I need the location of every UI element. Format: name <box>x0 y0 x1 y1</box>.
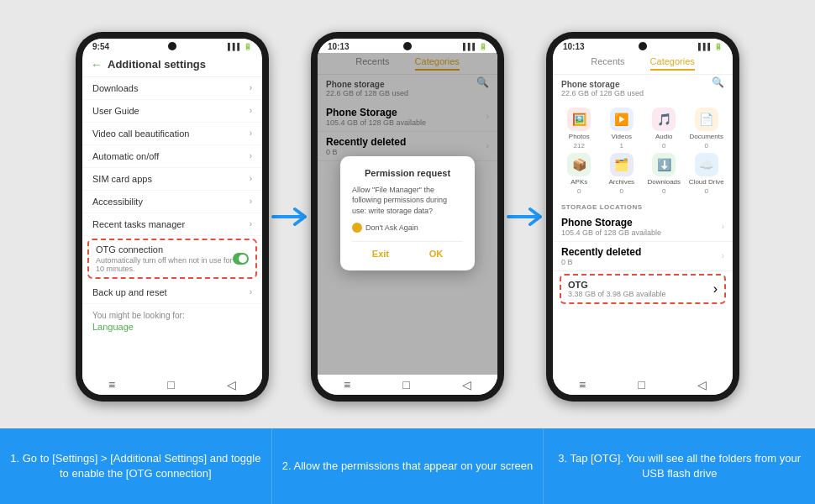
phone1-header: ← Additional settings <box>82 53 262 77</box>
nav-home-icon[interactable]: □ <box>167 378 174 391</box>
cat-archives[interactable]: 🗂️ Archives 0 <box>602 153 642 195</box>
videos-label: Videos <box>612 133 632 140</box>
otg-item[interactable]: OTG 3.38 GB of 3.98 GB available › <box>560 274 726 304</box>
otg-toggle[interactable] <box>233 253 249 265</box>
phone1-punchhole <box>168 42 176 50</box>
recently-deleted-item[interactable]: Recently deleted 0 B › <box>553 242 733 271</box>
dialog-buttons: Exit OK <box>352 241 463 259</box>
nav-back-icon[interactable]: ◁ <box>697 378 707 391</box>
phone2-punchhole <box>403 42 412 50</box>
ok-button[interactable]: OK <box>429 249 444 259</box>
list-item[interactable]: Automatic on/off › <box>82 145 262 168</box>
photos-icon: 🖼️ <box>567 108 591 131</box>
signal-icon: ▌▌▌ <box>228 43 242 50</box>
caption-1: 1. Go to [Settings] > [Additional Settin… <box>0 428 272 504</box>
downloads-label: Downloads <box>647 178 681 186</box>
dialog-title: Permission request <box>352 168 463 178</box>
list-item[interactable]: Video call beautification › <box>82 123 262 145</box>
nav-home-icon[interactable]: □ <box>402 378 409 391</box>
chevron-icon: › <box>250 83 252 92</box>
signal-icon: ▌▌▌ <box>463 43 477 50</box>
list-item[interactable]: SIM card apps › <box>82 168 262 191</box>
tab-categories[interactable]: Categories <box>650 56 695 71</box>
list-item[interactable]: Recent tasks manager › <box>82 213 262 236</box>
cat-audio[interactable]: 🎵 Audio 0 <box>644 108 684 150</box>
arrow2 <box>504 200 546 234</box>
archives-icon: 🗂️ <box>610 153 634 176</box>
chevron-icon: › <box>722 251 724 260</box>
archives-label: Archives <box>608 178 634 186</box>
cat-photos[interactable]: 🖼️ Photos 212 <box>560 108 599 150</box>
phone1-time: 9:54 <box>92 42 109 51</box>
item-label: Video call beautification <box>92 129 189 139</box>
chevron-icon: › <box>713 281 718 297</box>
nav-menu-icon[interactable]: ≡ <box>579 378 586 391</box>
archives-count: 0 <box>620 187 623 195</box>
accessibility-item[interactable]: Accessibility › <box>82 191 262 213</box>
phone3-punchhole <box>639 42 647 50</box>
phone1-content: Downloads › User Guide › Video call beau… <box>82 77 262 375</box>
phone3: 10:13 ▌▌▌ 🔋 🔍 Recents Categories <box>546 32 739 402</box>
storage-used: 22.6 GB of 128 GB used <box>561 89 724 97</box>
list-item[interactable]: Back up and reset › <box>82 281 262 304</box>
phone-storage-item[interactable]: Phone Storage 105.4 GB of 128 GB availab… <box>553 213 733 242</box>
phone1-screen: 9:54 ▌▌▌ 🔋 ← Additional settings <box>82 39 262 395</box>
battery-icon: 🔋 <box>714 43 723 50</box>
cat-documents[interactable]: 📄 Documents 0 <box>687 108 727 150</box>
dialog-overlay: Permission request Allow "File Manager" … <box>318 53 497 375</box>
cat-downloads[interactable]: ⬇️ Downloads 0 <box>644 153 684 195</box>
caption-3: 3. Tap [OTG]. You will see all the folde… <box>544 428 815 504</box>
item-label: Accessibility <box>92 197 143 207</box>
nav-home-icon[interactable]: □ <box>638 378 644 391</box>
nav-back-icon[interactable]: ◁ <box>462 378 471 391</box>
signal-icon: ▌▌▌ <box>698 43 712 50</box>
phone2: 10:13 ▌▌▌ 🔋 🔍 Recents Categories <box>311 32 504 402</box>
exit-button[interactable]: Exit <box>372 249 389 259</box>
caption-2: 2. Allow the permissions that appear on … <box>272 428 544 504</box>
list-item[interactable]: Downloads › <box>82 77 262 100</box>
back-arrow-icon[interactable]: ← <box>91 58 103 71</box>
phone2-content: 🔍 Recents Categories Phone storage 22.6 … <box>318 53 497 375</box>
nav-menu-icon[interactable]: ≡ <box>108 378 115 391</box>
tab-recents[interactable]: Recents <box>591 56 624 71</box>
chevron-icon: › <box>250 197 252 206</box>
phone3-storage-section: Phone storage 22.6 GB of 128 GB used <box>553 75 733 102</box>
search-icon[interactable]: 🔍 <box>712 76 724 88</box>
phone2-screen: 10:13 ▌▌▌ 🔋 🔍 Recents Categories <box>318 39 497 395</box>
documents-icon: 📄 <box>695 108 718 131</box>
caption-1-text: 1. Go to [Settings] > [Additional Settin… <box>10 451 261 481</box>
looking-for-label: You might be looking for: <box>82 304 262 322</box>
caption-2-text: 2. Allow the permissions that appear on … <box>282 459 533 474</box>
phone3-screen: 10:13 ▌▌▌ 🔋 🔍 Recents Categories <box>553 39 733 395</box>
settings-list: Downloads › User Guide › Video call beau… <box>82 77 262 332</box>
phone3-status-icons: ▌▌▌ 🔋 <box>698 43 723 50</box>
chevron-icon: › <box>250 219 252 228</box>
cat-cloud[interactable]: ☁️ Cloud Drive 0 <box>687 153 727 195</box>
permission-dialog: Permission request Allow "File Manager" … <box>340 156 475 271</box>
phone1: 9:54 ▌▌▌ 🔋 ← Additional settings <box>76 32 269 402</box>
otg-info: OTG connection Automatically turn off wh… <box>96 244 233 273</box>
cloud-icon: ☁️ <box>695 153 718 176</box>
phone1-title: Additional settings <box>108 58 206 71</box>
videos-count: 1 <box>620 142 623 150</box>
item-label: Automatic on/off <box>92 151 159 161</box>
cat-apks[interactable]: 📦 APKs 0 <box>560 153 599 195</box>
category-icons-grid: 🖼️ Photos 212 ▶️ Videos 1 🎵 <box>553 102 733 200</box>
downloads-count: 0 <box>662 187 665 195</box>
language-link[interactable]: Language <box>82 322 262 332</box>
list-item[interactable]: User Guide › <box>82 100 262 123</box>
otg-label: OTG <box>568 280 666 290</box>
apks-icon: 📦 <box>567 153 591 176</box>
item-label: Recent tasks manager <box>92 219 185 229</box>
apks-label: APKs <box>570 178 587 186</box>
main-container: 9:54 ▌▌▌ 🔋 ← Additional settings <box>0 0 815 504</box>
cat-videos[interactable]: ▶️ Videos 1 <box>602 108 642 150</box>
nav-back-icon[interactable]: ◁ <box>227 378 236 391</box>
phone1-status-icons: ▌▌▌ 🔋 <box>228 43 252 50</box>
battery-icon: 🔋 <box>244 43 252 50</box>
dialog-body: Allow "File Manager" the following permi… <box>352 185 463 217</box>
otg-connection-item[interactable]: OTG connection Automatically turn off wh… <box>87 239 257 279</box>
cloud-label: Cloud Drive <box>689 178 724 186</box>
nav-menu-icon[interactable]: ≡ <box>344 378 350 391</box>
dont-ask-checkbox[interactable] <box>352 223 362 233</box>
